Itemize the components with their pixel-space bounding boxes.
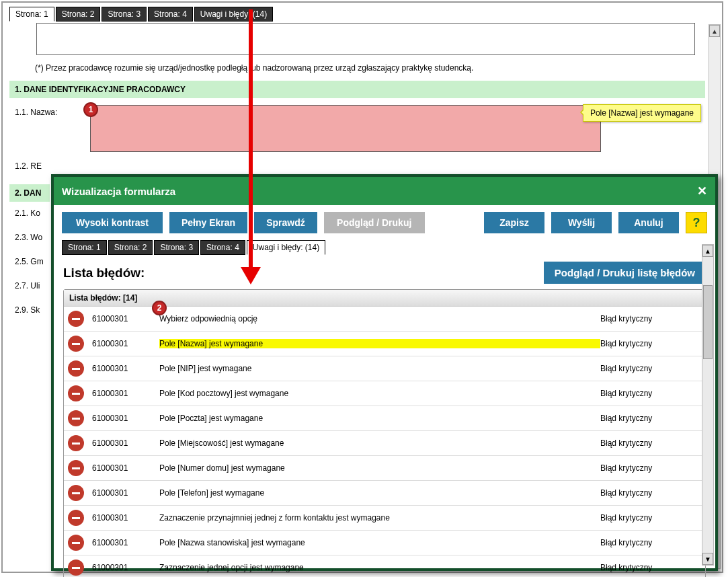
modal-tab-3[interactable]: Strona: 3 — [154, 240, 199, 255]
error-row[interactable]: 61000301Pole [Kod pocztowy] jest wymagan… — [64, 381, 705, 406]
error-icon — [68, 385, 84, 401]
error-type: Błąd krytyczny — [600, 463, 701, 473]
error-icon — [68, 435, 84, 451]
bg-tab-3[interactable]: Strona: 3 — [102, 7, 147, 22]
error-type: Błąd krytyczny — [600, 488, 701, 498]
error-message: Zaznaczenie jednej opcji jest wymagane — [159, 563, 600, 572]
modal-tab-2[interactable]: Strona: 2 — [108, 240, 153, 255]
bg-note-text: (*) Przez pracodawcę rozumie się urząd/j… — [35, 63, 705, 73]
error-icon — [68, 410, 84, 426]
error-row[interactable]: 61000301Pole [Telefon] jest wymaganeBłąd… — [64, 481, 705, 506]
label-12-partial: 1.2. RE — [9, 161, 705, 171]
error-icon — [68, 560, 84, 576]
error-row[interactable]: 61000301Pole [NIP] jest wymaganeBłąd kry… — [64, 356, 705, 381]
modal-tab-errors[interactable]: Uwagi i błędy: (14) — [247, 240, 325, 255]
outer-container: Strona: 1 Strona: 2 Strona: 3 Strona: 4 … — [1, 1, 723, 573]
modal-tabs: Strona: 1 Strona: 2 Strona: 3 Strona: 4 … — [54, 240, 715, 255]
cancel-button[interactable]: Anuluj — [618, 212, 679, 233]
error-message: Pole [Kod pocztowy] jest wymagane — [159, 389, 600, 398]
check-button[interactable]: Sprawdź — [254, 212, 317, 233]
contrast-button[interactable]: Wysoki kontrast — [62, 212, 163, 233]
send-button[interactable]: Wyślij — [551, 212, 612, 233]
error-icon — [68, 460, 84, 476]
error-row[interactable]: 61000301Zaznaczenie jednej opcji jest wy… — [64, 555, 705, 577]
error-icon — [68, 485, 84, 501]
modal-tab-4[interactable]: Strona: 4 — [200, 240, 245, 255]
bg-tab-1[interactable]: Strona: 1 — [9, 7, 54, 22]
error-list-title: Lista błędów: — [63, 266, 145, 280]
error-code: 61000301 — [92, 538, 159, 547]
error-code: 61000301 — [92, 488, 159, 498]
error-code: 61000301 — [92, 414, 159, 423]
bg-tab-4[interactable]: Strona: 4 — [148, 7, 193, 22]
modal-header: Wizualizacja formularza ✕ — [54, 177, 715, 205]
bg-tabs: Strona: 1 Strona: 2 Strona: 3 Strona: 4 … — [9, 7, 273, 22]
error-icon — [68, 311, 84, 327]
modal-toolbar: Wysoki kontrast Pełny Ekran Sprawdź Podg… — [54, 205, 715, 240]
error-row[interactable]: 61000301Pole [Miejscowość] jest wymagane… — [64, 431, 705, 456]
step-badge-2: 2 — [152, 301, 167, 315]
modal-tab-1[interactable]: Strona: 1 — [62, 240, 107, 255]
annotation-arrow — [249, 9, 253, 278]
step-badge-1: 1 — [83, 102, 98, 117]
error-message: Pole [NIP] jest wymagane — [159, 364, 600, 373]
error-type: Błąd krytyczny — [600, 438, 701, 448]
help-icon[interactable]: ? — [686, 212, 707, 233]
error-panel: Lista błędów: [14] 61000301Wybierz odpow… — [63, 289, 706, 577]
error-type: Błąd krytyczny — [600, 364, 701, 373]
bg-tab-errors[interactable]: Uwagi i błędy: (14) — [194, 7, 273, 22]
label-nazwa: 1.1. Nazwa: — [9, 105, 90, 117]
error-code: 61000301 — [92, 513, 159, 523]
error-code: 61000301 — [92, 438, 159, 448]
modal-scroll-up-icon[interactable]: ▲ — [702, 245, 713, 257]
error-type: Błąd krytyczny — [600, 414, 701, 423]
error-code: 61000301 — [92, 314, 159, 323]
modal-scroll-down-icon[interactable]: ▼ — [702, 553, 713, 565]
error-message: Zaznaczenie przynajmniej jednej z form k… — [159, 513, 600, 523]
error-message: Pole [Nazwa stanowiska] jest wymagane — [159, 538, 600, 547]
bg-section2-header-partial: 2. DAN — [9, 184, 50, 202]
error-message: Pole [Telefon] jest wymagane — [159, 488, 600, 498]
error-icon — [68, 535, 84, 551]
error-code: 61000301 — [92, 389, 159, 398]
error-message: Pole [Miejscowość] jest wymagane — [159, 438, 600, 448]
error-icon — [68, 336, 84, 352]
modal-scroll-thumb[interactable] — [703, 285, 713, 359]
error-row[interactable]: 61000301Pole [Nazwa] jest wymaganeBłąd k… — [64, 332, 705, 356]
modal-title: Wizualizacja formularza — [62, 186, 175, 197]
bg-top-input[interactable] — [36, 23, 695, 55]
error-type: Błąd krytyczny — [600, 538, 701, 547]
input-nazwa[interactable]: ▼ Pole [Nazwa] jest wymagane — [90, 105, 601, 152]
error-code: 61000301 — [92, 364, 159, 373]
error-type: Błąd krytyczny — [600, 314, 701, 323]
modal-scrollbar[interactable]: ▲ ▼ — [702, 244, 714, 566]
bg-section1-header: 1. DANE IDENTYFIKACYJNE PRACODAWCY — [9, 81, 705, 98]
fullscreen-button[interactable]: Pełny Ekran — [169, 212, 247, 233]
error-row[interactable]: 61000301Pole [Nazwa stanowiska] jest wym… — [64, 531, 705, 555]
error-message: Wybierz odpowiednią opcję — [159, 314, 600, 323]
error-icon — [68, 360, 84, 377]
preview-button[interactable]: Podgląd / Drukuj — [324, 212, 425, 233]
bg-tab-2[interactable]: Strona: 2 — [56, 7, 101, 22]
scroll-up-icon[interactable]: ▲ — [709, 25, 720, 37]
error-row[interactable]: 61000301Pole [Numer domu] jest wymaganeB… — [64, 456, 705, 481]
save-button[interactable]: Zapisz — [484, 212, 544, 233]
error-type: Błąd krytyczny — [600, 339, 701, 348]
error-message: Pole [Nazwa] jest wymagane — [159, 339, 600, 348]
close-icon[interactable]: ✕ — [697, 184, 707, 198]
error-message: Pole [Numer domu] jest wymagane — [159, 463, 600, 473]
error-code: 61000301 — [92, 563, 159, 572]
error-row[interactable]: 61000301Pole [Poczta] jest wymaganeBłąd … — [64, 406, 705, 431]
modal-dialog: Wizualizacja formularza ✕ Wysoki kontras… — [51, 174, 718, 571]
error-message: Pole [Poczta] jest wymagane — [159, 414, 600, 423]
error-code: 61000301 — [92, 463, 159, 473]
tooltip-nazwa: Pole [Nazwa] jest wymagane — [583, 104, 701, 122]
error-code: 61000301 — [92, 339, 159, 348]
field-nazwa-row: 1.1. Nazwa: ▼ Pole [Nazwa] jest wymagane — [9, 105, 705, 152]
error-type: Błąd krytyczny — [600, 513, 701, 523]
error-type: Błąd krytyczny — [600, 563, 701, 572]
print-errors-button[interactable]: Podgląd / Drukuj listę błędów — [544, 262, 706, 284]
error-type: Błąd krytyczny — [600, 389, 701, 398]
error-icon — [68, 510, 84, 526]
error-row[interactable]: 61000301Zaznaczenie przynajmniej jednej … — [64, 506, 705, 531]
